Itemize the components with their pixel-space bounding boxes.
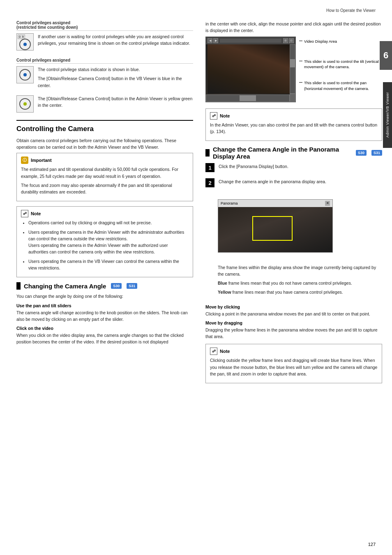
change-angle-panorama-heading: Change the Camera Angle in the Panorama … <box>205 146 382 160</box>
click-video-title: Click on the video <box>16 326 193 331</box>
control-privileges-restricted-block: Control privileges assigned (restricted … <box>16 21 193 51</box>
frame-description: The frame lines within the display area … <box>218 264 382 298</box>
use-pan-tilt-title: Use the pan and tilt sliders <box>16 303 193 308</box>
video-display-block: ◀ ▶ ⊞ ⊟ <box>205 37 382 102</box>
video-toolbar: ◀ ▶ ⊞ ⊟ <box>206 37 295 44</box>
use-pan-tilt-body: The camera angle will change according t… <box>16 309 193 323</box>
cam-icon-yellow <box>16 95 34 113</box>
move-by-dragging-block: Move by dragging Dragging the yellow fra… <box>205 320 382 340</box>
frame-desc-1: The frame lines within the display area … <box>218 264 382 278</box>
privileges-assigned-text1: The control privilege status indicator i… <box>38 66 193 91</box>
step-2-number: 2 <box>205 178 214 187</box>
note-icon-bottom-right: ☍ <box>210 348 217 355</box>
move-clicking-body: Clicking a point in the panorama window … <box>205 311 382 317</box>
video-pan-slider[interactable] <box>206 94 290 102</box>
frame-desc-yellow: Yellow frame lines mean that you have ca… <box>218 289 382 295</box>
panorama-yellow-frame <box>252 216 292 241</box>
cam-icon-restricted: 0 9 <box>16 33 34 51</box>
frame-desc-3-text: frame lines mean that you have camera co… <box>231 290 343 295</box>
changing-angle-intro: You can change the angle by doing one of… <box>16 293 193 299</box>
panorama-image-area <box>218 207 332 252</box>
note-icon-right: ☍ <box>210 112 217 120</box>
video-display-area-label: Video Display Area <box>299 39 382 44</box>
changing-camera-angle-heading: Changing the Camera Angle S30 S31 <box>16 282 193 290</box>
important-header: ⓘ Important <box>21 157 189 164</box>
pan-slider-label: This slider is used to control the pan (… <box>299 80 382 91</box>
badge-panorama-s30: S30 <box>356 150 367 156</box>
privileges-assigned-row1: The control privilege status indicator i… <box>16 66 193 91</box>
side-tab-label: Admin Viewer/VB Viewer <box>383 82 392 148</box>
note-box-bottom-right: ☍ Note Clicking outside the yellow frame… <box>205 344 382 383</box>
tilt-slider-label: This slider is used to control the tilt … <box>299 59 382 70</box>
right-column: in the center with one click, align the … <box>205 21 382 539</box>
video-tilt-slider[interactable] <box>290 44 295 94</box>
note-item-1: Operations carried out by clicking or dr… <box>28 219 189 226</box>
note-list: Operations carried out by clicking or dr… <box>21 219 189 271</box>
toolbar-btn-3[interactable]: ⊞ <box>283 38 288 43</box>
panorama-screenshot: Panorama ✕ <box>218 199 333 253</box>
note-box-right: ☍ Note In the Admin Viewer, you can also… <box>205 108 382 141</box>
change-camera-angle-panorama-section: Change the Camera Angle in the Panorama … <box>205 146 382 383</box>
badge-s31: S31 <box>127 283 137 289</box>
privileges-restricted-row: 0 9 If another user is waiting for contr… <box>16 33 193 51</box>
black-square-icon <box>16 282 21 290</box>
panorama-title-label: Panorama <box>221 201 238 205</box>
step-1-block: 1 Click the [Panorama Display] button. <box>205 163 382 172</box>
changing-camera-angle-title: Changing the Camera Angle <box>24 283 106 290</box>
privileges-restricted-body: If another user is waiting for control p… <box>38 33 193 47</box>
note-icon-left: ☍ <box>21 210 28 217</box>
important-label: Important <box>31 158 52 163</box>
step-2-block: 2 Change the camera angle in the panoram… <box>205 178 382 298</box>
step-2-text: Change the camera angle in the panorama … <box>219 178 326 185</box>
change-angle-panorama-title: Change the Camera Angle in the Panorama … <box>213 146 351 160</box>
video-inner: ◀ ▶ ⊞ ⊟ <box>206 37 295 102</box>
black-square-icon-2 <box>205 149 210 157</box>
note-item-2-text: Users operating the camera in the Admin … <box>28 230 184 255</box>
toolbar-btn-2[interactable]: ▶ <box>213 38 218 43</box>
privileges-assigned-title: Control privileges assigned <box>16 58 193 64</box>
video-annotations: Video Display Area This slider is used t… <box>299 37 382 102</box>
note-admin-body: In the Admin Viewer, you can also contro… <box>210 122 378 135</box>
control-privileges-assigned-block: Control privileges assigned The control … <box>16 58 193 113</box>
note-box-left: ☍ Note Operations carried out by clickin… <box>16 206 193 277</box>
controlling-camera-title: Controlling the Camera <box>16 120 193 133</box>
important-box: ⓘ Important The estimated pan and tilt o… <box>16 153 193 201</box>
changing-camera-angle-section: Changing the Camera Angle S30 S31 You ca… <box>16 282 193 345</box>
note-header-bottom-right: ☍ Note <box>210 348 378 355</box>
blue-bold: Blue <box>218 281 227 286</box>
privileges-assigned-row2: The [Obtain/Release Camera Control] butt… <box>16 95 193 113</box>
step-1-content: Click the [Panorama Display] button. <box>219 163 382 172</box>
cam-icon-blue <box>16 66 34 83</box>
left-column: Control privileges assigned (restricted … <box>16 21 193 539</box>
privileges-assigned-text2: The [Obtain/Release Camera Control] butt… <box>38 95 193 109</box>
note-label-left: Note <box>31 211 41 216</box>
controlling-camera-intro: Obtain camera control privileges before … <box>16 137 193 151</box>
frame-desc-blue: Blue frame lines mean that you do not ha… <box>218 280 382 286</box>
yellow-bold: Yellow <box>218 290 231 295</box>
move-dragging-body: Dragging the yellow frame lines in the p… <box>205 327 382 340</box>
privileges-restricted-title: Control privileges assigned (restricted … <box>16 21 193 31</box>
note-item-2: Users operating the camera in the Admin … <box>28 229 189 256</box>
important-icon: ⓘ <box>21 157 28 164</box>
move-dragging-title: Move by dragging <box>205 320 382 325</box>
page-number: 127 <box>368 542 376 547</box>
badge-s30: S30 <box>111 283 122 289</box>
continued-text: in the center with one click, align the … <box>205 21 382 34</box>
move-clicking-title: Move by clicking <box>205 304 382 309</box>
badge-panorama-s31: S31 <box>371 150 382 156</box>
step-1-number: 1 <box>205 163 214 172</box>
note-item-3: Users operating the camera in the VB Vie… <box>28 258 189 272</box>
panorama-close-btn[interactable]: ✕ <box>325 201 330 206</box>
click-video-body: When you click on the video display area… <box>16 332 193 345</box>
note-header-right: ☍ Note <box>210 112 378 120</box>
note-header-left: ☍ Note <box>21 210 189 217</box>
toolbar-btn-1[interactable]: ◀ <box>208 38 212 43</box>
note-label-bottom-right: Note <box>220 349 230 354</box>
toolbar-btn-4[interactable]: ⊟ <box>289 38 294 43</box>
note-bottom-right-body: Clicking outside the yellow frame lines … <box>210 357 378 377</box>
controlling-camera-section: Controlling the Camera Obtain camera con… <box>16 120 193 151</box>
panorama-titlebar: Panorama ✕ <box>218 200 332 207</box>
important-text1: The estimated pan and tilt operational d… <box>21 166 189 180</box>
step-1-text: Click the [Panorama Display] button. <box>219 163 382 170</box>
frame-desc-2-text: frame lines mean that you do not have ca… <box>227 281 352 286</box>
